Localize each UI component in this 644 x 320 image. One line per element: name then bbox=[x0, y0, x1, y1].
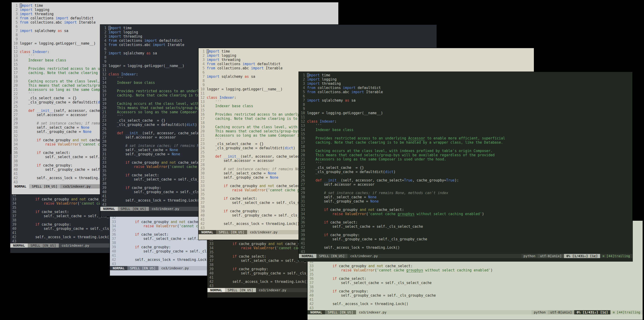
position-indicator: 0% [1/431↓] [1¢] bbox=[564, 254, 600, 258]
line-number: 35 bbox=[301, 216, 305, 220]
statusline: NORMAL SPELL [EN_US] co3/indexer.py pyth… bbox=[299, 254, 632, 258]
line-number: 22 bbox=[14, 92, 18, 96]
code-line: 4from collections import defaultdict bbox=[12, 16, 338, 20]
code-line: 21 Accessors so long as the same Compose… bbox=[299, 157, 632, 161]
line-number: 29 bbox=[301, 191, 305, 195]
code-line: 17 caching. Note that cache clearing is … bbox=[299, 140, 632, 145]
filename: co3/indexer.py bbox=[60, 184, 93, 188]
line-number: 37 bbox=[310, 281, 314, 285]
code-line: 43 bbox=[308, 306, 642, 310]
line-number: 39 bbox=[209, 267, 214, 271]
line-number: 35 bbox=[310, 272, 314, 276]
code-line: 1import time bbox=[12, 4, 338, 8]
line-number: 2 bbox=[301, 77, 305, 82]
editor-window-big-4[interactable]: 1import time2import logging3import threa… bbox=[299, 72, 632, 261]
line-number: 17 bbox=[301, 140, 305, 145]
line-number: 42 bbox=[200, 222, 205, 226]
cursor: i bbox=[108, 26, 110, 30]
line-number: 43 bbox=[200, 226, 205, 230]
code-line: 27 self.accessor = accessor bbox=[299, 182, 632, 187]
line-number: 39 bbox=[112, 245, 116, 249]
line-number: 29 bbox=[14, 121, 18, 125]
line-number: 35 bbox=[102, 169, 106, 173]
code-line: 1import time bbox=[299, 73, 632, 77]
line-number: 32 bbox=[200, 180, 205, 184]
code-line: 34 raise ValueError('cannot cache groupb… bbox=[308, 268, 642, 272]
line-number: 24 bbox=[102, 123, 106, 127]
line-number: 38 bbox=[209, 263, 214, 267]
line-number: 36 bbox=[12, 210, 16, 214]
code-line: 40 self._groupby_cache = self._cls_group… bbox=[308, 293, 642, 297]
line-number: 6 bbox=[14, 25, 18, 29]
line-number: 15 bbox=[14, 62, 18, 67]
statusline: NORMAL SPELL [EN_US] co3/indexer.py pyth… bbox=[308, 310, 642, 314]
position-indicator: 0% [1/431↓] [1¢] bbox=[574, 310, 610, 314]
code-line: 43 bbox=[299, 250, 632, 254]
code-line: 42 self._access_lock = threading.Lock() bbox=[299, 245, 632, 250]
line-number: 7 bbox=[14, 29, 18, 33]
line-number: 39 bbox=[12, 222, 16, 227]
line-number: 7 bbox=[102, 51, 106, 55]
line-number: 43 bbox=[301, 250, 305, 254]
line-number: 40 bbox=[209, 271, 214, 275]
line-number: 11 bbox=[200, 91, 205, 96]
line-number: 38 bbox=[14, 159, 18, 163]
line-number: 6 bbox=[301, 94, 305, 98]
code-line: 36 if cache_select: bbox=[308, 276, 642, 281]
command-line bbox=[308, 314, 642, 320]
line-number: 33 bbox=[209, 242, 214, 246]
line-number: 37 bbox=[102, 177, 106, 181]
line-number: 34 bbox=[209, 246, 214, 250]
line-number: 2 bbox=[200, 54, 205, 58]
line-number: 10 bbox=[14, 41, 18, 46]
line-number: 14 bbox=[102, 81, 106, 85]
line-number: 43 bbox=[12, 239, 16, 243]
code-line: 18 bbox=[299, 145, 632, 149]
code-line: 1import time bbox=[100, 26, 436, 30]
line-number: 43 bbox=[209, 284, 214, 288]
line-number: 10 bbox=[301, 111, 305, 115]
line-number: 34 bbox=[310, 268, 314, 272]
line-number: 39 bbox=[14, 163, 18, 167]
line-number: 38 bbox=[301, 229, 305, 233]
cursor: i bbox=[20, 4, 22, 8]
line-number: 14 bbox=[14, 58, 18, 62]
line-number: 42 bbox=[112, 258, 116, 262]
spell-indicator: SPELL [EN_US] bbox=[29, 184, 60, 188]
spell-indicator: SPELL [EN_US] bbox=[118, 207, 149, 211]
line-number: 19 bbox=[14, 79, 18, 83]
line-number: 16 bbox=[14, 67, 18, 71]
code-line: 30 self._select_cache = None bbox=[299, 195, 632, 199]
line-number: 16 bbox=[301, 136, 305, 140]
line-number: 42 bbox=[14, 176, 18, 180]
code-line: 7import sqlalchemy as sa bbox=[299, 98, 632, 103]
line-number: 4 bbox=[301, 86, 305, 90]
line-number: 21 bbox=[301, 157, 305, 161]
code-pane[interactable]: 1import time2import logging3import threa… bbox=[299, 72, 632, 254]
line-number: 38 bbox=[12, 218, 16, 222]
mode-indicator: NORMAL bbox=[208, 288, 225, 292]
line-number: 34 bbox=[200, 188, 205, 192]
code-line: 12class Indexer: bbox=[299, 119, 632, 124]
line-number: 32 bbox=[102, 156, 106, 160]
line-number: 41 bbox=[102, 194, 106, 198]
line-number: 41 bbox=[112, 253, 116, 258]
line-number: 27 bbox=[102, 135, 106, 139]
filename: co3/indexer.py bbox=[256, 288, 289, 292]
code-line: 5from collections.abc import Iterable bbox=[299, 90, 632, 94]
line-number: 36 bbox=[102, 173, 106, 177]
line-number: 40 bbox=[12, 227, 16, 231]
line-number: 28 bbox=[200, 163, 205, 167]
line-number: 1 bbox=[200, 49, 205, 54]
line-number: 19 bbox=[102, 102, 106, 106]
line-number: 34 bbox=[14, 142, 18, 146]
line-number: 12 bbox=[14, 50, 18, 54]
line-number: 13 bbox=[301, 124, 305, 128]
code-line: 3import threading bbox=[299, 82, 632, 86]
line-number: 9 bbox=[301, 107, 305, 111]
line-number: 21 bbox=[200, 133, 205, 138]
line-number: 43 bbox=[102, 202, 106, 207]
line-number: 5 bbox=[200, 66, 205, 70]
line-number: 20 bbox=[102, 106, 106, 110]
filename: co3/indexer.py bbox=[59, 243, 92, 248]
